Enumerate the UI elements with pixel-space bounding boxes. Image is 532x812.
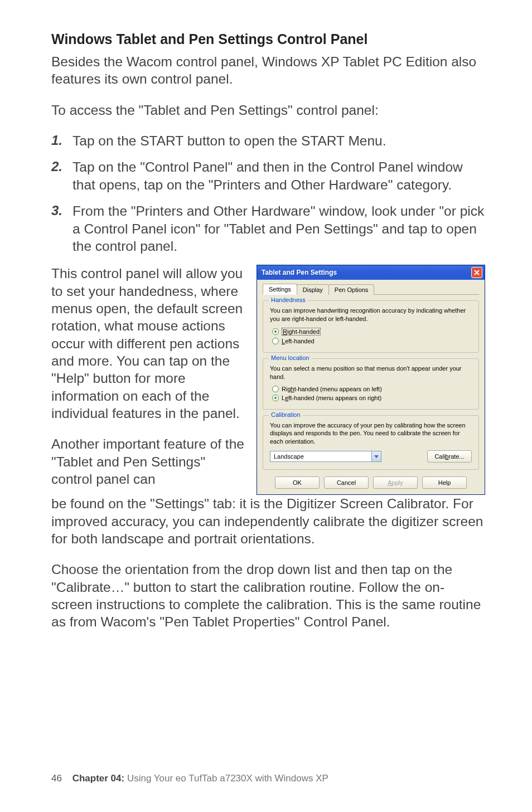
body-para-after-1: be found on the "Settings" tab: it is th… <box>51 495 485 547</box>
radio-icon <box>272 386 279 392</box>
radio-label: Left-handed (menu appears on right) <box>282 395 381 401</box>
tab-settings[interactable]: Settings <box>263 284 297 295</box>
dialog-tabs: Settings Display Pen Options <box>263 283 479 295</box>
menu-location-legend: Menu location <box>269 354 312 361</box>
radio-menu-left-handed[interactable]: Left-handed (menu appears on right) <box>272 395 472 401</box>
calibrate-button[interactable]: Calibrate... <box>427 450 472 463</box>
radio-label: Right-handed <box>282 328 321 336</box>
step-1: 1. Tap on the START button to open the S… <box>51 132 485 149</box>
radio-label: Right-handed (menu appears on left) <box>282 386 382 392</box>
step-text: Tap on the START button to open the STAR… <box>72 132 386 149</box>
page-number: 46 <box>51 773 62 784</box>
radio-left-handed[interactable]: Left-handed <box>272 338 472 344</box>
close-icon <box>474 270 480 275</box>
step-number: 1. <box>51 132 72 149</box>
dialog-titlebar[interactable]: Tablet and Pen Settings <box>257 265 485 280</box>
step-2: 2. Tap on the "Control Panel" and then i… <box>51 158 485 193</box>
tablet-pen-settings-dialog: Tablet and Pen Settings Settings Display… <box>257 265 485 495</box>
close-button[interactable] <box>471 267 482 278</box>
chapter-title: Using Your eo TufTab a7230X with Windows… <box>124 773 328 784</box>
step-text: Tap on the "Control Panel" and then in t… <box>72 158 485 193</box>
cancel-button[interactable]: Cancel <box>324 476 369 489</box>
body-para-after-2: Choose the orientation from the drop dow… <box>51 561 485 630</box>
orientation-select-value: Landscape <box>270 453 371 460</box>
step-3: 3. From the "Printers and Other Hardware… <box>51 202 485 255</box>
dialog-button-bar: OK Cancel Apply Help <box>263 476 479 489</box>
orientation-select[interactable]: Landscape <box>270 451 381 462</box>
ok-button[interactable]: OK <box>275 476 320 489</box>
radio-icon <box>272 395 279 401</box>
calibration-legend: Calibration <box>269 411 303 418</box>
calibration-group: Calibration You can improve the accuracy… <box>263 415 479 470</box>
dialog-title: Tablet and Pen Settings <box>262 269 471 276</box>
body-para-left-1: This control panel will allow you to set… <box>51 265 244 422</box>
step-number: 3. <box>51 202 72 220</box>
radio-menu-right-handed[interactable]: Right-handed (menu appears on left) <box>272 386 472 392</box>
section-heading: Windows Tablet and Pen Settings Control … <box>51 31 485 47</box>
intro-para-1: Besides the Wacom control panel, Windows… <box>51 53 485 88</box>
intro-para-2: To access the "Tablet and Pen Settings" … <box>51 101 485 119</box>
body-para-left-2: Another important feature of the "Tablet… <box>51 435 244 488</box>
chevron-down-icon <box>374 455 379 458</box>
steps-list: 1. Tap on the START button to open the S… <box>51 132 485 255</box>
step-text: From the "Printers and Other Hardware" w… <box>72 202 485 255</box>
menu-location-desc: You can select a menu position so that m… <box>270 364 472 381</box>
tab-display[interactable]: Display <box>297 284 329 295</box>
radio-label: Left-handed <box>282 338 315 344</box>
calibration-desc: You can improve the accuracy of your pen… <box>270 421 472 446</box>
apply-button[interactable]: Apply <box>373 476 418 489</box>
handedness-group: Handedness You can improve handwriting r… <box>263 300 479 353</box>
page-footer: 46 Chapter 04: Using Your eo TufTab a723… <box>51 773 328 784</box>
menu-location-group: Menu location You can select a menu posi… <box>263 358 479 410</box>
radio-right-handed[interactable]: Right-handed <box>272 328 472 336</box>
step-number: 2. <box>51 158 72 176</box>
chapter-label: Chapter 04: <box>72 773 125 784</box>
radio-icon <box>272 338 279 344</box>
handedness-legend: Handedness <box>269 296 308 303</box>
handedness-desc: You can improve handwriting recognition … <box>270 307 472 323</box>
radio-icon <box>272 328 279 335</box>
help-button[interactable]: Help <box>422 476 467 489</box>
tab-pen-options[interactable]: Pen Options <box>328 284 375 295</box>
dropdown-button[interactable] <box>371 451 381 461</box>
